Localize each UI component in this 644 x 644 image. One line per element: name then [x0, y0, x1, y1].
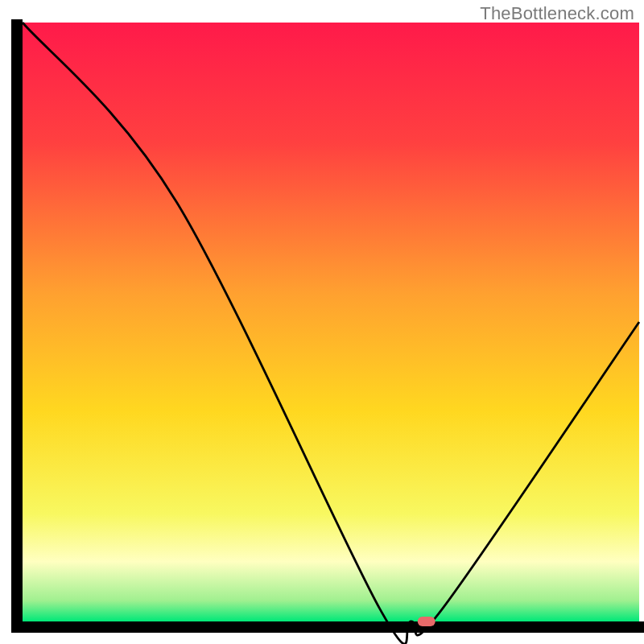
optimal-marker [418, 617, 436, 626]
x-axis [14, 621, 644, 633]
gradient-background [23, 23, 639, 621]
bottleneck-chart [0, 0, 644, 644]
chart-container: TheBottleneck.com [0, 0, 644, 644]
y-axis [11, 19, 23, 633]
watermark-text: TheBottleneck.com [480, 3, 634, 24]
